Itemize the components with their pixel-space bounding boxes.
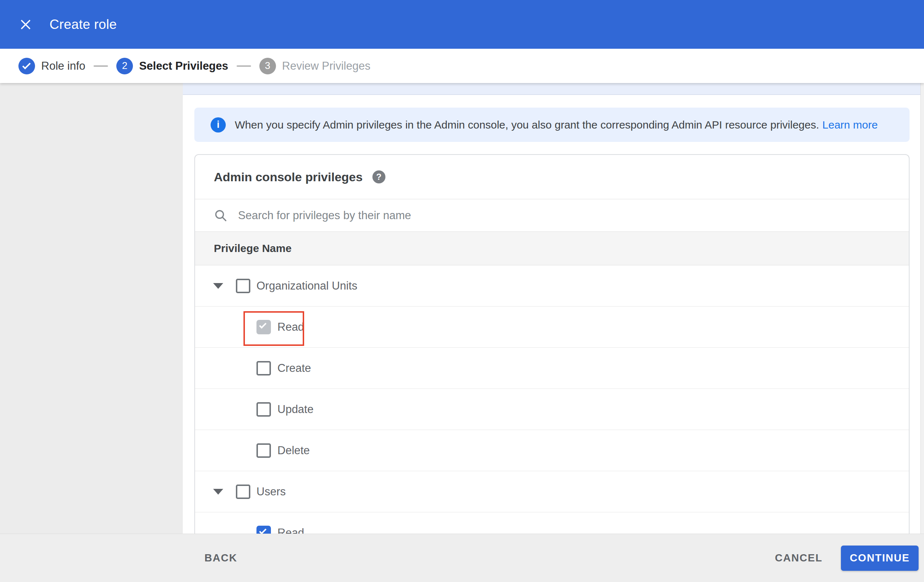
close-icon[interactable] [18,16,34,33]
checkbox-users[interactable] [236,485,250,499]
action-bar-right: CANCEL CONTINUE [775,546,924,571]
stepper-step-role-info[interactable]: Role info [18,58,85,74]
page-title: Create role [50,17,117,32]
step-number-badge: 3 [259,58,276,74]
privilege-search-row [195,199,909,231]
scrolled-section-edge [183,83,921,95]
step-label: Select Privileges [139,59,228,73]
stepper-connector [94,65,108,67]
wizard-stepper: Role info 2 Select Privileges 3 Review P… [0,49,924,83]
stepper-step-select-privileges[interactable]: 2 Select Privileges [116,58,228,74]
search-icon [214,209,228,223]
learn-more-link[interactable]: Learn more [822,119,878,131]
stepper-connector [237,65,251,67]
vertical-scrollbar[interactable] [921,83,924,534]
back-button[interactable]: BACK [205,552,237,564]
privilege-label: Organizational Units [256,279,357,292]
table-row-users-read: Read [195,512,909,534]
continue-button[interactable]: CONTINUE [841,546,919,571]
card-title: Admin console privileges [214,170,363,184]
step-completed-check-icon [18,58,35,74]
checkbox-organizational-units[interactable] [236,279,250,293]
privilege-label: Read [277,321,304,334]
checkbox-create[interactable] [256,361,271,376]
action-bar: BACK CANCEL CONTINUE [0,534,924,582]
privilege-label: Update [277,403,314,416]
info-icon: i [211,117,226,132]
table-row-org-units-create: Create [195,348,909,389]
table-row-users: Users [195,471,909,512]
info-banner: i When you specify Admin privileges in t… [194,107,909,142]
step-number-badge: 2 [116,58,133,74]
privilege-search-input[interactable] [238,209,744,222]
table-row-org-units-delete: Delete [195,430,909,471]
banner-text: When you specify Admin privileges in the… [235,119,819,131]
privilege-label: Delete [277,444,310,457]
column-header-privilege-name: Privilege Name [214,242,292,254]
dialog-header: Create role [0,0,924,49]
table-row-org-units-update: Update [195,389,909,430]
privileges-pane: i When you specify Admin privileges in t… [183,83,924,534]
checkbox-update[interactable] [256,402,271,417]
collapse-caret-icon[interactable] [213,489,223,495]
x-icon [20,18,32,31]
privilege-label: Read [277,526,304,534]
table-row-organizational-units: Organizational Units [195,265,909,307]
privilege-label: Create [277,362,311,375]
privilege-label: Users [256,485,286,498]
checkbox-read-checked[interactable] [256,320,271,334]
checkbox-users-read-checked[interactable] [256,526,271,534]
help-icon[interactable]: ? [373,170,385,183]
dialog-body: i When you specify Admin privileges in t… [0,83,924,534]
stepper-step-review-privileges[interactable]: 3 Review Privileges [259,58,371,74]
left-panel [0,83,183,534]
collapse-caret-icon[interactable] [213,283,223,289]
card-title-row: Admin console privileges ? [195,155,909,199]
cancel-button[interactable]: CANCEL [775,552,822,564]
step-label: Role info [41,59,85,73]
table-header-row: Privilege Name [195,231,909,265]
checkbox-delete[interactable] [256,444,271,458]
table-row-org-units-read: Read [195,307,909,348]
step-label: Review Privileges [282,59,371,73]
create-role-dialog: Create role Role info 2 Select Privilege… [0,0,924,582]
admin-console-privileges-card: Admin console privileges ? Privilege Nam… [194,154,909,534]
